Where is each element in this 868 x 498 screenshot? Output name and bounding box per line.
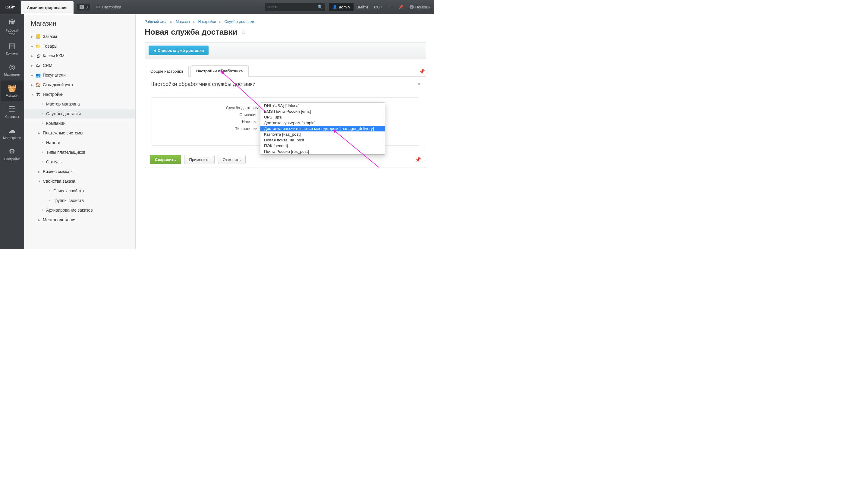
tab-handler[interactable]: Настройки обработчика [190, 65, 249, 77]
document-icon: ▤ [9, 42, 16, 50]
folder-icon: 📒 [36, 34, 40, 39]
tree-bizsense[interactable]: ▶Бизнес смыслы [24, 167, 135, 176]
rail-settings[interactable]: ⚙Настройки [1, 144, 23, 164]
gear-icon: ⚙ [9, 147, 15, 156]
sidebar-title: Магазин [24, 19, 135, 32]
tree-orderprops[interactable]: ▼Свойства заказа [24, 176, 135, 186]
search-box[interactable]: 🔍 [265, 3, 325, 11]
rail-label: Контент [6, 52, 18, 55]
rail-marketplace[interactable]: ☁Marketplace [1, 123, 23, 143]
basket-icon: 🧺 [8, 84, 16, 92]
panel-heading: Настройки обработчика службы доставки [150, 81, 256, 88]
gear-folder-icon: 🛠 [36, 92, 40, 97]
tree-payertypes[interactable]: Типы плательщиков [24, 147, 135, 157]
pin-icon[interactable]: 📌 [397, 3, 405, 11]
collapse-icon[interactable]: ▾ [418, 81, 420, 88]
tree-locations[interactable]: ▶Местоположения [24, 215, 135, 225]
cloud-icon: ☁ [9, 126, 16, 134]
rail-marketing[interactable]: ◎Маркетинг [1, 60, 23, 80]
rail-label: Рабочий стол [5, 29, 18, 36]
toolbar: Список служб доставки [145, 42, 426, 58]
user-menu[interactable]: 👤 admin [329, 3, 353, 11]
tree-orders[interactable]: ▶📒Заказы [24, 32, 135, 41]
breadcrumb-item[interactable]: Рабочий стол [145, 19, 167, 24]
check-icon: ✓ [257, 106, 260, 110]
back-to-list-button[interactable]: Список служб доставки [149, 45, 209, 55]
pin-footer-icon[interactable]: 📌 [415, 157, 421, 162]
top-settings-link[interactable]: ⚙ Настройки [96, 0, 121, 14]
top-settings-label: Настройки [102, 5, 121, 9]
rail-label: Магазин [6, 94, 18, 98]
apply-button[interactable]: Применить [184, 155, 215, 164]
rail-services[interactable]: ☲Сервисы [1, 102, 23, 122]
cancel-button[interactable]: Отменить [218, 155, 246, 164]
logout-link[interactable]: Выйти [353, 5, 371, 9]
dropdown-option[interactable]: Доставка курьером [simple] [261, 120, 385, 126]
breadcrumbs: Рабочий стол▶ Магазин▶ Настройки▶ Службы… [145, 19, 426, 24]
dropdown-option[interactable]: Новая почта [ua_post] [261, 137, 385, 143]
notification-icon: ≡ [80, 5, 84, 9]
user-label: admin [339, 5, 350, 9]
rail-label: Маркетинг [4, 73, 20, 77]
search-input[interactable] [267, 5, 318, 9]
house-icon: 🏠 [36, 82, 40, 87]
rail-content[interactable]: ▤Контент [1, 38, 23, 59]
user-icon: 👤 [332, 5, 337, 9]
notification-badge[interactable]: ≡ 3 [77, 4, 90, 11]
help-link[interactable]: ? Помощь [406, 5, 434, 9]
lang-switch[interactable]: RU▾ [371, 5, 386, 9]
printer-icon: 🖨 [36, 53, 40, 58]
rail-label: Marketplace [3, 136, 21, 140]
rail-desktop[interactable]: 🏛Рабочий стол [1, 17, 23, 38]
favorite-star-icon[interactable]: ☆ [241, 29, 246, 36]
tabs: Общие настройки Настройки обработчика 📌 [145, 65, 426, 76]
tree-wizard[interactable]: Мастер магазина [24, 99, 135, 109]
help-icon: ? [410, 5, 414, 9]
tree-statuses[interactable]: Статусы [24, 157, 135, 167]
breadcrumb-item[interactable]: Настройки [198, 19, 216, 24]
tree-archiving[interactable]: Архивирование заказов [24, 205, 135, 215]
rail-store[interactable]: 🧺Магазин [1, 80, 23, 101]
dropdown-option[interactable]: Почта России [rus_post] [261, 149, 385, 154]
tree-companies[interactable]: Компании [24, 118, 135, 128]
dropdown-option[interactable]: UPS [ups] [261, 114, 385, 120]
tab-site[interactable]: Сайт [0, 0, 20, 14]
tree-warehouse[interactable]: ▶🏠Складской учет [24, 80, 135, 90]
stack-icon: ☲ [9, 105, 15, 113]
crm-icon: 🗂 [36, 63, 40, 68]
tree-taxes[interactable]: Налоги [24, 138, 135, 147]
tree-kkm[interactable]: ▶🖨Кассы ККМ [24, 51, 135, 61]
dropdown-option[interactable]: DHL (USA) [dhlusa] [261, 103, 385, 108]
delivery-service-dropdown[interactable]: ✓ DHL (USA) [dhlusa]EMS Почта России [em… [260, 103, 385, 155]
people-icon: 👥 [36, 73, 40, 78]
pin-tabs-icon[interactable]: 📌 [418, 67, 426, 76]
dropdown-option[interactable]: EMS Почта России [ems] [261, 108, 385, 114]
help-label: Помощь [415, 5, 430, 9]
save-button[interactable]: Сохранить [150, 155, 181, 164]
page-title: Новая служба доставки [145, 27, 237, 37]
tree-propgroups[interactable]: Группы свойств [24, 196, 135, 205]
tab-general[interactable]: Общие настройки [145, 66, 189, 77]
tree-goods[interactable]: ▶📁Товары [24, 41, 135, 51]
tab-admin[interactable]: Администрирование [21, 1, 74, 14]
dropdown-option[interactable]: Доставка рассчитывается менеджером [mana… [261, 126, 385, 131]
label-description: Описание: [157, 113, 262, 117]
tree-delivery[interactable]: Службы доставки [24, 109, 135, 118]
sidebar: Магазин ▶📒Заказы ▶📁Товары ▶🖨Кассы ККМ ▶🗂… [24, 14, 136, 249]
rail-label: Настройки [4, 157, 20, 161]
topbar: Сайт Администрирование ≡ 3 ⚙ Настройки 🔍… [0, 0, 434, 14]
breadcrumb-item[interactable]: Магазин [176, 19, 190, 24]
dropdown-option[interactable]: ПЭК [pecom] [261, 143, 385, 149]
breadcrumb-item[interactable]: Службы доставки [224, 19, 254, 24]
notification-count: 3 [85, 5, 88, 9]
tree-paysys[interactable]: ▶Платежные системы [24, 128, 135, 138]
label-markup-type: Тип наценки: [157, 126, 262, 131]
dropdown-option[interactable]: Казпочта [kaz_post] [261, 131, 385, 137]
tree-settings[interactable]: ▼🛠Настройки [24, 90, 135, 99]
panel-icon[interactable]: ▭ [386, 3, 395, 11]
tree-buyers[interactable]: ▶👥Покупатели [24, 70, 135, 80]
rail-label: Сервисы [5, 115, 19, 119]
tree-proplist[interactable]: Список свойств [24, 186, 135, 196]
tree-crm[interactable]: ▶🗂CRM [24, 61, 135, 70]
gear-icon: ⚙ [96, 4, 100, 9]
